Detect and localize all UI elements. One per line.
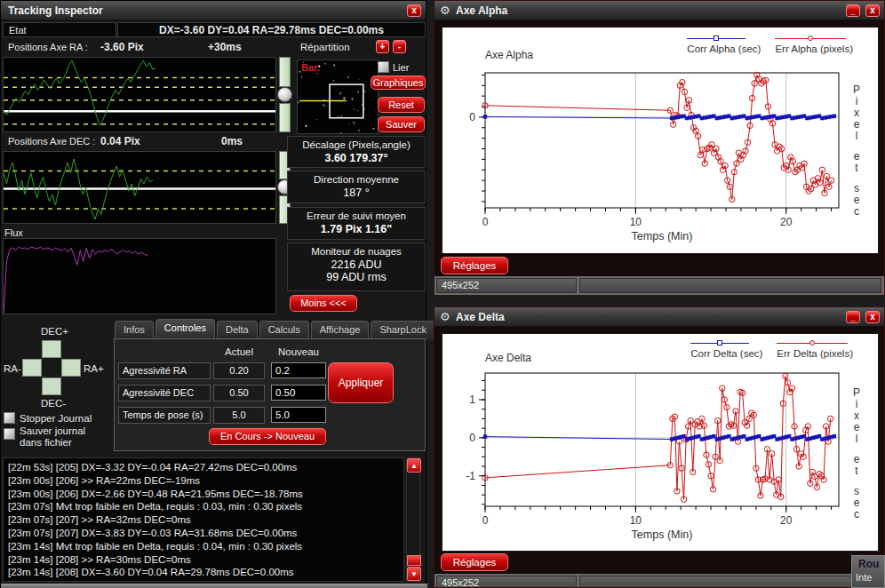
decalage-panel: Décalage (Pixels,angle) 3.60 179.37° <box>287 136 426 168</box>
ra-slider[interactable] <box>278 57 291 132</box>
param-new-input[interactable] <box>271 385 326 401</box>
repartition-plus-button[interactable]: + <box>376 40 389 53</box>
dec-graph <box>3 151 276 224</box>
window-title: Tracking Inspector <box>8 4 103 17</box>
param-current-value: 0.50 <box>213 385 265 401</box>
ra-pix-value: -3.60 Pix <box>100 41 144 53</box>
etat-label: Etat <box>9 25 27 36</box>
svg-text:-1: -1 <box>466 470 475 482</box>
dec-row-label: Positions Axe DEC : <box>8 136 95 147</box>
svg-text:10: 10 <box>630 216 642 228</box>
corner-partial-window: Rou Inte <box>851 555 885 588</box>
svg-text:20: 20 <box>780 216 793 228</box>
param-label: Agressivité RA <box>118 362 211 379</box>
corner-window-title: Rou <box>858 558 879 570</box>
erreur-title: Erreur de suivi moyen <box>288 211 425 221</box>
tab-delta[interactable]: Delta <box>217 321 258 340</box>
tab-controles[interactable]: Controles <box>155 319 215 338</box>
lier-checkbox[interactable] <box>378 61 389 73</box>
ra-ms-value: +30ms <box>208 41 242 53</box>
gear-icon: ⚙ <box>440 310 450 323</box>
minimize-icon[interactable]: _ <box>846 311 860 323</box>
encours-nouveau-button[interactable]: En Cours -> Nouveau <box>209 428 326 445</box>
alpha-chart-area: Axe Alpha Corr Alpha (sec)Err Alpha (pix… <box>442 27 879 254</box>
stopper-journal-checkbox[interactable] <box>4 412 15 424</box>
alpha-right-axis-label: Pixeletsec <box>849 84 864 218</box>
svg-text:1: 1 <box>469 393 475 406</box>
svg-text:0: 0 <box>469 111 475 123</box>
bar-label: Bar. <box>301 62 320 73</box>
star-field-panel: Bar. <box>297 60 379 134</box>
tracking-inspector-window: Tracking Inspector x Etat DX=-3.60 DY=0.… <box>0 0 427 588</box>
log-line: [22m 53s] [205] DX=-3.32 DY=-0.04 RA=27.… <box>8 461 399 474</box>
pad-ra-plus-button[interactable] <box>61 359 81 377</box>
dec-pix-value: 0.04 Pix <box>100 135 140 147</box>
col-nouveau-header: Nouveau <box>271 346 326 357</box>
repartition-minus-button[interactable]: - <box>393 40 406 53</box>
repartition-label: Répartition <box>300 42 350 52</box>
nuages-title: Moniteur de nuages <box>288 246 425 257</box>
tab-calculs[interactable]: Calculs <box>259 321 309 340</box>
param-current-value: 0.20 <box>213 362 265 379</box>
pad-up-label: DEC+ <box>41 326 68 337</box>
close-icon[interactable]: x <box>407 4 421 17</box>
decalage-value: 3.60 179.37° <box>288 152 425 164</box>
pad-left-label: RA- <box>4 363 21 374</box>
tab-sharplock[interactable]: SharpLock <box>371 321 435 340</box>
delta-titlebar[interactable]: ⚙ Axe Delta _ x <box>435 307 884 327</box>
minimize-icon[interactable]: _ <box>846 4 860 17</box>
tab-infos[interactable]: Infos <box>115 321 154 340</box>
ra-slider-track-top[interactable] <box>279 57 291 87</box>
param-label: Agressivité DEC <box>118 385 211 401</box>
appliquer-button[interactable]: Appliquer <box>328 362 394 403</box>
nuages-value2: 99 ADU rms <box>288 271 425 283</box>
scroll-up-icon[interactable]: ▲ <box>407 458 421 473</box>
pad-dec-minus-button[interactable] <box>42 377 61 395</box>
ra-slider-track-bottom[interactable] <box>279 103 291 132</box>
delta-right-axis-label: Pixeletsec <box>849 387 864 520</box>
pad-ra-minus-button[interactable] <box>22 359 42 377</box>
delta-reglages-button[interactable]: Réglages <box>441 553 508 571</box>
axe-alpha-window: ⚙ Axe Alpha _ x Axe Alpha Corr Alpha (se… <box>434 0 885 296</box>
nuages-value1: 2216 ADU <box>288 258 425 271</box>
delta-status-spacer <box>579 576 881 588</box>
sauver-button[interactable]: Sauver <box>378 116 425 132</box>
svg-text:0: 0 <box>469 432 475 444</box>
log-line: [23m 14s] Mvt trop faible en Delta, requ… <box>8 540 399 553</box>
delta-status-size: 495x252 <box>436 576 577 588</box>
param-label: Temps de pose (s) <box>118 407 211 424</box>
alpha-titlebar[interactable]: ⚙ Axe Alpha _ x <box>435 1 884 20</box>
alpha-statusbar: 495x252 <box>435 276 884 295</box>
log-area[interactable]: [22m 53s] [205] DX=-3.32 DY=-0.04 RA=27.… <box>3 457 404 582</box>
sauver-journal-checkbox[interactable] <box>4 428 15 440</box>
reset-button[interactable]: Reset <box>378 97 425 113</box>
scrollbar-thumb[interactable] <box>407 555 421 566</box>
svg-text:20: 20 <box>780 514 793 527</box>
param-current-value: 5.0 <box>213 407 265 424</box>
tracking-titlebar[interactable]: Tracking Inspector x <box>1 1 426 20</box>
ra-slider-knob[interactable] <box>277 87 292 102</box>
direction-title: Direction moyenne <box>288 174 425 185</box>
close-icon[interactable]: x <box>865 311 880 323</box>
scroll-down-icon[interactable]: ▼ <box>407 567 421 581</box>
axe-delta-window: ⚙ Axe Delta _ x Axe Delta Corr Delta (se… <box>434 306 885 588</box>
close-icon[interactable]: x <box>865 4 880 17</box>
pad-dec-plus-button[interactable] <box>42 340 61 358</box>
decalage-title: Décalage (Pixels,angle) <box>288 139 425 150</box>
log-line: [23m 07s] [207] >> RA=32ms DEC=0ms <box>8 513 399 527</box>
log-line: [23m 14s] [208] DX=-3.60 DY=0.04 RA=29.7… <box>8 566 399 579</box>
moins-button[interactable]: Moins <<< <box>290 295 357 312</box>
log-scrollbar[interactable]: ▲ ▼ <box>406 457 420 582</box>
lier-label: Lier <box>393 62 409 73</box>
pad-right-label: RA+ <box>84 363 104 374</box>
graphiques-button[interactable]: Graphiques <box>371 75 426 90</box>
svg-text:0: 0 <box>482 514 489 527</box>
alpha-reglages-button[interactable]: Réglages <box>441 257 508 274</box>
param-new-input[interactable] <box>271 407 326 423</box>
log-line: [23m 14s] [208] >> RA=30ms DEC=0ms <box>8 553 399 567</box>
tab-affichage[interactable]: Affichage <box>311 321 370 340</box>
flux-graph <box>3 238 276 314</box>
ra-row-label: Positions Axe RA : <box>8 42 88 52</box>
param-new-input[interactable] <box>271 362 326 378</box>
delta-window-title: Axe Delta <box>456 311 505 323</box>
